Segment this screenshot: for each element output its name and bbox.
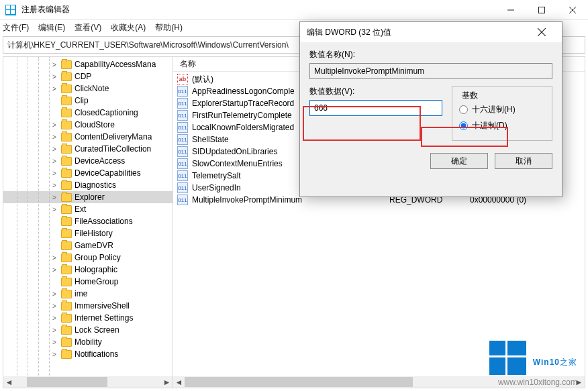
tree-item[interactable]: GameDVR	[3, 239, 173, 252]
folder-icon	[61, 109, 72, 117]
dword-icon: 011	[177, 158, 188, 169]
watermark-url: www.win10xitong.com	[498, 378, 577, 387]
scroll-right-icon[interactable]: ►	[161, 376, 173, 388]
minimize-button[interactable]	[495, 0, 526, 20]
tree-item[interactable]: ClosedCaptioning	[3, 107, 173, 119]
expander-icon[interactable]: >	[50, 290, 58, 298]
menu-help[interactable]: 帮助(H)	[155, 22, 183, 34]
scroll-left-icon[interactable]: ◄	[173, 376, 185, 388]
ok-button[interactable]: 确定	[430, 153, 488, 169]
expander-icon[interactable]: >	[50, 121, 58, 129]
expander-icon[interactable]: >	[50, 327, 58, 334]
tree-item[interactable]: >Holographic	[3, 264, 173, 276]
hex-label: 十六进制(H)	[472, 104, 516, 115]
tree-item[interactable]: >CDP	[3, 70, 173, 82]
tree-item[interactable]: >DeviceCapabilities	[3, 167, 173, 179]
string-icon: ab	[177, 74, 188, 85]
expander-icon[interactable]: >	[50, 61, 58, 68]
expander-icon[interactable]: >	[50, 85, 58, 93]
title-bar: 注册表编辑器	[0, 0, 588, 20]
close-button[interactable]	[557, 0, 588, 20]
tree-item[interactable]: >Ext	[3, 203, 173, 215]
expander-icon[interactable]: >	[50, 206, 58, 213]
expander-icon[interactable]: >	[50, 146, 58, 153]
tree-item[interactable]: >ImmersiveShell	[3, 300, 173, 312]
tree-item[interactable]: >DeviceAccess	[3, 155, 173, 167]
cancel-button[interactable]: 取消	[495, 153, 552, 169]
base-legend: 基数	[459, 90, 481, 101]
tree-item-label: Mobility	[75, 337, 102, 347]
folder-icon	[61, 181, 72, 190]
tree-item[interactable]: >Mobility	[3, 336, 173, 348]
expander-icon[interactable]: >	[50, 315, 58, 322]
tree-item[interactable]: HomeGroup	[3, 276, 173, 288]
tree-item[interactable]: >CloudStore	[3, 119, 173, 131]
expander-icon[interactable]: >	[50, 339, 58, 346]
folder-icon	[61, 60, 72, 69]
expander-icon[interactable]: >	[50, 133, 58, 141]
expander-icon[interactable]: >	[50, 194, 58, 201]
folder-icon	[61, 145, 72, 154]
tree-item-label: Notifications	[75, 349, 118, 359]
dialog-close-button[interactable]	[528, 22, 555, 42]
menu-edit[interactable]: 编辑(E)	[38, 22, 65, 34]
expander-icon[interactable]: >	[50, 254, 58, 262]
folder-icon	[61, 121, 72, 129]
expander-icon[interactable]: >	[50, 302, 58, 310]
tree-item[interactable]: >Notifications	[3, 348, 173, 360]
tree-item-label: DeviceAccess	[75, 156, 125, 166]
tree-item[interactable]: FileAssociations	[3, 215, 173, 227]
value-data-label: 数值数据(V):	[309, 86, 442, 97]
folder-icon	[61, 314, 72, 323]
tree-item[interactable]: >CuratedTileCollection	[3, 143, 173, 155]
expander-icon[interactable]: >	[50, 158, 58, 165]
scroll-thumb[interactable]	[185, 377, 413, 387]
folder-icon	[61, 290, 72, 298]
tree-item[interactable]: >CapabilityAccessMana	[3, 58, 173, 70]
hex-radio[interactable]	[459, 105, 468, 114]
folder-icon	[61, 241, 72, 250]
tree-item[interactable]: FileHistory	[3, 227, 173, 239]
tree-item[interactable]: >Lock Screen	[3, 324, 173, 336]
dialog-title-bar[interactable]: 编辑 DWORD (32 位)值	[300, 22, 562, 42]
annotation-highlight	[303, 106, 421, 141]
tree-item[interactable]: >Explorer	[3, 191, 173, 203]
tree-item[interactable]: Clip	[3, 95, 173, 107]
maximize-button[interactable]	[526, 0, 557, 20]
tree-item[interactable]: >ContentDeliveryMana	[3, 131, 173, 143]
menu-file[interactable]: 文件(F)	[3, 22, 29, 34]
menu-favorites[interactable]: 收藏夹(A)	[111, 22, 146, 34]
svg-rect-1	[539, 7, 545, 13]
tree-item-label: Holographic	[75, 265, 117, 274]
folder-icon	[61, 302, 72, 311]
tree-item-label: Diagnostics	[75, 180, 116, 190]
scroll-left-icon[interactable]: ◄	[3, 376, 15, 388]
tree-horizontal-scrollbar[interactable]: ◄ ►	[3, 376, 173, 388]
dialog-title: 编辑 DWORD (32 位)值	[307, 27, 528, 38]
tree-item[interactable]: >Internet Settings	[3, 312, 173, 324]
tree-item-label: CuratedTileCollection	[75, 144, 151, 154]
window-title: 注册表编辑器	[21, 4, 495, 15]
expander-icon[interactable]: >	[50, 73, 58, 80]
app-icon	[5, 5, 16, 15]
expander-icon[interactable]: >	[50, 351, 58, 358]
tree-item-label: ContentDeliveryMana	[75, 132, 152, 142]
tree-item[interactable]: >Diagnostics	[3, 179, 173, 191]
tree-item[interactable]: >ClickNote	[3, 82, 173, 95]
expander-icon[interactable]: >	[50, 182, 58, 189]
expander-icon[interactable]: >	[50, 170, 58, 177]
scroll-thumb[interactable]	[27, 377, 107, 387]
folder-icon	[61, 266, 72, 274]
annotation-highlight	[421, 127, 508, 147]
menu-view[interactable]: 查看(V)	[75, 22, 101, 34]
tree-item[interactable]: >ime	[3, 288, 173, 300]
folder-icon	[61, 193, 72, 202]
tree-item-label: Lock Screen	[75, 325, 119, 335]
tree-item-label: GameDVR	[75, 241, 113, 250]
tree-item-label: ClickNote	[75, 84, 109, 93]
dword-icon: 011	[177, 182, 188, 193]
value-name-input[interactable]	[309, 63, 552, 79]
tree-item[interactable]: >Group Policy	[3, 252, 173, 264]
expander-icon[interactable]: >	[50, 266, 58, 274]
folder-icon	[61, 97, 72, 105]
